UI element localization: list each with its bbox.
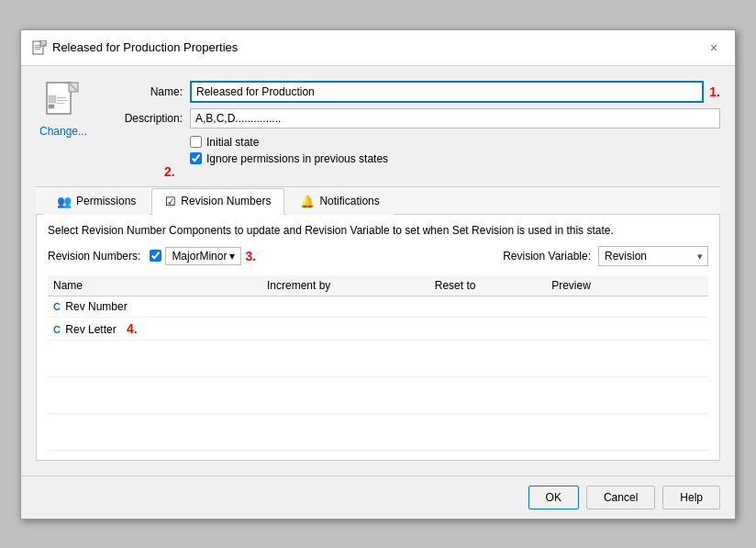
permissions-tab-label: Permissions xyxy=(76,195,136,207)
help-button[interactable]: Help xyxy=(662,486,720,509)
col-empty2 xyxy=(684,275,708,296)
svg-rect-5 xyxy=(35,49,40,50)
description-row: Description: A,B,C,D............... xyxy=(100,108,720,129)
permissions-tab-icon: 👥 xyxy=(57,195,72,208)
col-reset: Reset to xyxy=(429,275,546,296)
tab-permissions[interactable]: 👥 Permissions xyxy=(43,188,150,215)
tab-revision-numbers[interactable]: ☑ Revision Numbers xyxy=(151,188,284,215)
table-cell-name: C Rev Letter 4. xyxy=(48,317,261,340)
table-body: C Rev Number C Rev Letter 4. xyxy=(48,296,708,450)
table-cell-name: C Rev Number xyxy=(48,296,261,317)
notifications-tab-label: Notifications xyxy=(319,195,379,207)
svg-rect-3 xyxy=(35,45,39,46)
callout-1: 1. xyxy=(709,84,720,99)
revision-variable-select[interactable]: Revision xyxy=(598,246,708,266)
callout-2: 2. xyxy=(164,164,175,179)
description-field[interactable]: A,B,C,D............... xyxy=(190,108,720,129)
form-fields: Name: 1. Description: A,B,C,D...........… xyxy=(100,81,720,169)
ignore-permissions-row: Ignore permissions in previous states xyxy=(190,152,720,165)
ignore-permissions-label: Ignore permissions in previous states xyxy=(206,152,388,165)
revision-table: Name Increment by Reset to Preview C Rev… xyxy=(48,275,708,451)
name-input[interactable] xyxy=(190,81,704,103)
table-row-empty xyxy=(48,376,708,413)
description-label: Description: xyxy=(100,112,183,125)
dialog: Released for Production Properties × Cha… xyxy=(20,29,736,520)
footer: OK Cancel Help xyxy=(21,475,735,519)
svg-rect-11 xyxy=(57,97,66,98)
name-label: Name: xyxy=(100,85,183,98)
info-text: Select Revision Number Components to upd… xyxy=(48,224,708,237)
checkboxes-area: Initial state Ignore permissions in prev… xyxy=(190,136,720,165)
tab-content: Select Revision Number Components to upd… xyxy=(36,215,720,461)
ignore-permissions-checkbox[interactable] xyxy=(190,152,202,164)
table-cell-increment xyxy=(261,317,429,340)
svg-rect-12 xyxy=(57,100,68,101)
svg-rect-10 xyxy=(49,105,54,108)
notifications-tab-icon: 🔔 xyxy=(300,195,315,208)
revision-numbers-row: Revision Numbers: MajorMinor ▾ 3. Revisi… xyxy=(48,246,708,266)
table-cell-empty2 xyxy=(684,317,708,340)
table-cell-reset xyxy=(429,296,546,317)
table-cell-empty1 xyxy=(659,296,684,317)
svg-rect-9 xyxy=(49,95,56,103)
revision-numbers-tab-label: Revision Numbers xyxy=(181,195,271,207)
title-bar: Released for Production Properties × xyxy=(21,30,735,66)
rev-letter-label: Rev Letter xyxy=(65,323,116,336)
revision-numbers-tab-icon: ☑ xyxy=(165,195,176,208)
svg-rect-13 xyxy=(57,103,64,104)
change-link[interactable]: Change... xyxy=(39,125,87,138)
table-row-empty xyxy=(48,340,708,376)
majorminor-checkbox[interactable] xyxy=(150,250,161,262)
table-cell-reset xyxy=(429,317,546,340)
table-cell-preview xyxy=(546,317,659,340)
table-header: Name Increment by Reset to Preview xyxy=(48,275,708,296)
close-button[interactable]: × xyxy=(704,38,724,58)
table-cell-empty1 xyxy=(659,317,684,340)
initial-state-checkbox[interactable] xyxy=(190,136,202,148)
dropdown-arrow-icon: ▾ xyxy=(229,250,235,263)
title-bar-left: Released for Production Properties xyxy=(32,40,238,55)
col-empty1 xyxy=(659,275,684,296)
rev-number-label: Rev Number xyxy=(65,300,127,313)
revision-variable-group: Revision Variable: Revision xyxy=(503,246,708,266)
state-icon xyxy=(45,81,82,121)
revision-variable-label: Revision Variable: xyxy=(503,250,591,263)
tabs-bar: 👥 Permissions ☑ Revision Numbers 🔔 Notif… xyxy=(36,186,720,215)
revision-numbers-label: Revision Numbers: xyxy=(48,250,140,263)
majorminor-dropdown[interactable]: MajorMinor ▾ xyxy=(165,247,241,265)
cancel-button[interactable]: Cancel xyxy=(586,486,655,509)
tab-notifications[interactable]: 🔔 Notifications xyxy=(286,188,393,215)
col-name: Name xyxy=(48,275,261,296)
callout-3: 3. xyxy=(245,249,256,263)
svg-rect-4 xyxy=(35,47,41,48)
content-area: Change... Name: 1. Description: A,B,C,D.… xyxy=(21,66,735,475)
callout-4: 4. xyxy=(127,321,138,336)
ok-button[interactable]: OK xyxy=(528,486,579,509)
initial-state-row: Initial state xyxy=(190,136,720,149)
revision-checkbox-group: MajorMinor ▾ 3. xyxy=(150,247,256,265)
revision-variable-select-wrapper: Revision xyxy=(598,246,708,266)
table-row: C Rev Letter 4. xyxy=(48,317,708,340)
majorminor-value: MajorMinor xyxy=(172,250,227,263)
col-increment: Increment by xyxy=(261,275,429,296)
col-preview: Preview xyxy=(546,275,659,296)
table-cell-increment xyxy=(261,296,429,317)
dialog-icon xyxy=(32,40,47,55)
initial-state-label: Initial state xyxy=(206,136,259,149)
top-form: Change... Name: 1. Description: A,B,C,D.… xyxy=(36,81,720,169)
name-row: Name: 1. xyxy=(100,81,720,103)
dialog-title: Released for Production Properties xyxy=(52,40,238,54)
table-cell-preview xyxy=(546,296,659,317)
rev-number-icon: C xyxy=(53,301,61,312)
rev-letter-icon: C xyxy=(53,324,61,335)
icon-change: Change... xyxy=(36,81,91,169)
table-row: C Rev Number xyxy=(48,296,708,317)
table-row-empty xyxy=(48,413,708,450)
table-cell-empty2 xyxy=(684,296,708,317)
